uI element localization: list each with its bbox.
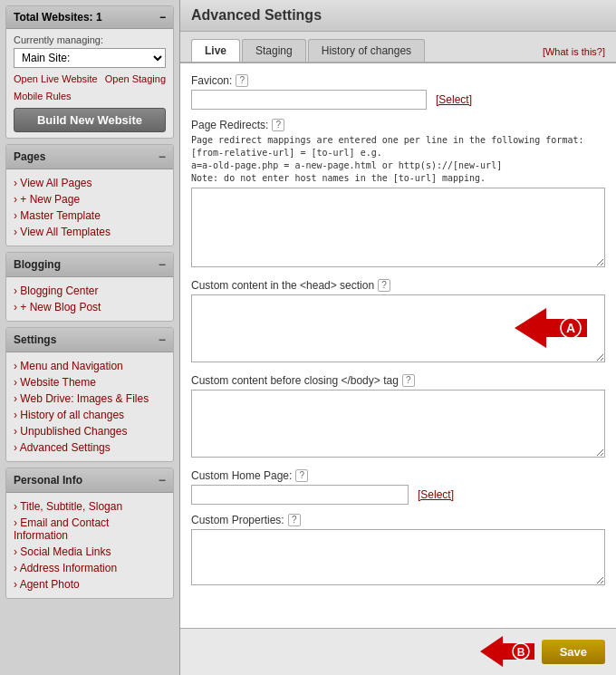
sidebar-item-menu-navigation[interactable]: Menu and Navigation (14, 358, 166, 374)
homepage-row: Custom Home Page: ? [Select] (191, 469, 605, 505)
sidebar-item-new-page[interactable]: + New Page (14, 191, 166, 207)
sidebar-item-unpublished-changes[interactable]: Unpublished Changes (14, 423, 166, 439)
favicon-select-link[interactable]: [Select] (436, 93, 472, 106)
favicon-input[interactable] (191, 90, 427, 110)
settings-section-body: Menu and Navigation Website Theme Web Dr… (6, 352, 173, 461)
main-content: Advanced Settings Live Staging History o… (179, 0, 616, 675)
tab-staging[interactable]: Staging (242, 39, 306, 62)
blogging-section-body: Blogging Center + New Blog Post (6, 277, 173, 321)
sidebar-item-social-media[interactable]: Social Media Links (14, 544, 166, 560)
settings-section-header: Settings − (6, 328, 173, 352)
head-textarea[interactable] (191, 294, 605, 362)
pages-title: Pages (14, 150, 45, 163)
personal-title: Personal Info (14, 474, 82, 487)
properties-help-icon[interactable]: ? (288, 514, 301, 526)
collapse-personal-icon[interactable]: − (159, 473, 166, 487)
sidebar-item-view-all-templates[interactable]: View All Templates (14, 224, 166, 240)
sidebar-item-new-blog-post[interactable]: + New Blog Post (14, 299, 166, 315)
sidebar-item-history-all-changes[interactable]: History of all changes (14, 407, 166, 423)
sidebar: Total Websites: 1 − Currently managing: … (0, 0, 179, 675)
collapse-managing-icon[interactable]: − (159, 11, 166, 24)
open-staging-link[interactable]: Open Staging (105, 73, 166, 84)
sidebar-item-blogging-center[interactable]: Blogging Center (14, 283, 166, 299)
properties-row: Custom Properties: ? (191, 514, 605, 588)
sidebar-item-view-all-pages[interactable]: View All Pages (14, 175, 166, 191)
sidebar-section-blogging: Blogging − Blogging Center + New Blog Po… (5, 252, 174, 322)
open-live-link[interactable]: Open Live Website (14, 73, 98, 84)
personal-section-header: Personal Info − (6, 468, 173, 493)
sidebar-section-pages: Pages − View All Pages + New Page Master… (5, 144, 174, 246)
redirects-textarea[interactable] (191, 188, 605, 267)
sidebar-item-address[interactable]: Address Information (14, 560, 166, 576)
redirects-row: Page Redirects: ? Page redirect mappings… (191, 119, 605, 270)
homepage-input-row: [Select] (191, 485, 605, 505)
sidebar-item-web-drive[interactable]: Web Drive: Images & Files (14, 391, 166, 407)
body-section-row: Custom content before closing </body> ta… (191, 374, 605, 460)
save-button[interactable]: Save (542, 640, 605, 664)
homepage-help-icon[interactable]: ? (295, 469, 308, 482)
redirects-help-icon[interactable]: ? (272, 119, 284, 131)
head-help-icon[interactable]: ? (378, 279, 390, 292)
tab-history[interactable]: History of changes (308, 39, 425, 62)
properties-label: Custom Properties: ? (191, 514, 605, 526)
sidebar-item-master-template[interactable]: Master Template (14, 207, 166, 224)
favicon-row: Favicon: ? [Select] (191, 74, 605, 110)
pages-section-header: Pages − (6, 145, 173, 169)
blogging-section-header: Blogging − (6, 253, 173, 277)
head-label: Custom content in the <head> section ? (191, 279, 605, 292)
favicon-input-row: [Select] (191, 90, 605, 110)
total-websites: Total Websites: 1 − (6, 6, 173, 29)
tabs-bar: Live Staging History of changes [What is… (180, 32, 616, 63)
managing-section: Total Websites: 1 − Currently managing: … (5, 5, 174, 139)
site-select[interactable]: Main Site: (14, 48, 166, 68)
sidebar-item-title-subtitle[interactable]: Title, Subtitle, Slogan (14, 498, 166, 515)
properties-textarea[interactable] (191, 529, 605, 585)
sidebar-item-email-contact[interactable]: Email and Contact Information (14, 515, 166, 544)
homepage-label: Custom Home Page: ? (191, 469, 605, 482)
svg-text:B: B (516, 646, 525, 659)
arrow-b-indicator: B (480, 636, 534, 668)
main-footer: B Save (180, 628, 616, 675)
tab-live[interactable]: Live (191, 39, 240, 62)
sidebar-item-advanced-settings[interactable]: Advanced Settings (14, 439, 166, 456)
sidebar-section-settings: Settings − Menu and Navigation Website T… (5, 327, 174, 462)
head-section-row: Custom content in the <head> section ? A (191, 279, 605, 365)
personal-section-body: Title, Subtitle, Slogan Email and Contac… (6, 493, 173, 598)
settings-title: Settings (14, 333, 56, 346)
homepage-input[interactable] (191, 485, 409, 505)
page-title: Advanced Settings (180, 0, 616, 32)
sidebar-section-personal: Personal Info − Title, Subtitle, Slogan … (5, 468, 174, 599)
build-new-website-button[interactable]: Build New Website (14, 108, 166, 132)
collapse-pages-icon[interactable]: − (159, 149, 166, 164)
blogging-title: Blogging (14, 258, 61, 271)
redirect-info: Page redirect mappings are entered one p… (191, 134, 605, 185)
total-label: Total Websites: 1 (14, 11, 102, 24)
head-textarea-wrapper: A (191, 294, 605, 365)
sidebar-item-agent-photo[interactable]: Agent Photo (14, 576, 166, 593)
managing-label: Currently managing: (14, 34, 166, 45)
mobile-rules-link[interactable]: Mobile Rules (14, 91, 72, 101)
body-textarea[interactable] (191, 390, 605, 458)
what-is-this-link[interactable]: [What is this?] (543, 46, 605, 62)
redirects-label: Page Redirects: ? (191, 119, 605, 131)
collapse-blogging-icon[interactable]: − (159, 257, 166, 272)
body-help-icon[interactable]: ? (402, 374, 415, 387)
pages-section-body: View All Pages + New Page Master Templat… (6, 169, 173, 246)
main-body: Favicon: ? [Select] Page Redirects: ? Pa… (180, 63, 616, 628)
sidebar-item-website-theme[interactable]: Website Theme (14, 374, 166, 391)
body-label: Custom content before closing </body> ta… (191, 374, 605, 387)
open-links: Open Live Website Open Staging (14, 73, 166, 84)
favicon-help-icon[interactable]: ? (236, 74, 248, 87)
collapse-settings-icon[interactable]: − (159, 333, 166, 347)
homepage-select-link[interactable]: [Select] (418, 488, 454, 501)
favicon-label: Favicon: ? (191, 74, 605, 87)
